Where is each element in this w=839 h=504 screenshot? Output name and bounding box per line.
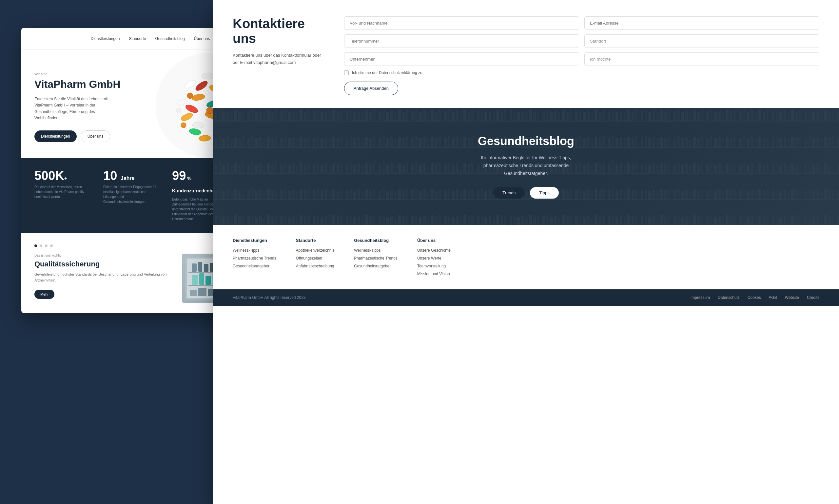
contact-title: Kontaktiere uns: [233, 16, 324, 46]
footer-link-mission[interactable]: Mission und Vision: [417, 272, 451, 276]
dot-1[interactable]: [34, 245, 37, 247]
blog-trends-button[interactable]: Trends: [493, 187, 525, 199]
footer-legal-impressum[interactable]: Impressum: [691, 295, 710, 300]
footer-col-standorte-title: Standorte: [296, 238, 334, 243]
footer-bottom: VitaPharm GmbH All rights reserved 2023 …: [213, 289, 839, 306]
stat-500k-number: 500K+: [34, 169, 97, 182]
blog-description: Ihr informativer Begleiter für Wellness-…: [464, 154, 588, 177]
footer-link-anfahrtsbeschreibung[interactable]: Anfahrtsbeschreibung: [296, 264, 334, 268]
svg-rect-47: [198, 288, 207, 296]
blog-title: Gesundheitsblog: [233, 134, 819, 148]
contact-description: Kontaktiere uns über das Kontaktformular…: [233, 52, 324, 66]
footer-col-blog-title: Gesundheitsblog: [354, 238, 397, 243]
svg-rect-46: [190, 290, 197, 296]
footer-col-uber-uns-title: Über uns: [417, 238, 451, 243]
stat-10-desc: Feiert ein Jahrzehnt Engagement für erst…: [103, 184, 159, 204]
blog-tipps-button[interactable]: Tipps: [530, 187, 558, 199]
carousel-dots: [34, 245, 241, 247]
stat-10-number: 10 Jahre: [103, 169, 165, 182]
stat-10: 10 Jahre Feiert ein Jahrzehnt Engagement…: [103, 169, 172, 221]
vorname-input[interactable]: [344, 16, 579, 30]
hero-title: VitaPharm GmbH: [34, 79, 241, 90]
footer-legal-website[interactable]: Website: [785, 295, 799, 300]
carousel-text: Das ist uns wichtig Qualitätssicherung G…: [34, 254, 172, 299]
footer-link-werte[interactable]: Unsere Werte: [417, 256, 451, 260]
nav-gesundheitsblog[interactable]: Gesundheitsblog: [155, 36, 185, 41]
svg-rect-35: [204, 264, 209, 272]
footer-legal-links: Impressum Datenschutz Cookes AGB Website…: [691, 295, 819, 300]
ich-mochte-select[interactable]: Ich möchte: [584, 52, 819, 66]
form-row-3: Ich möchte: [344, 52, 819, 66]
footer-col-standorte: Standorte Apothekenverzeichnis Öffnungsz…: [296, 238, 334, 280]
nav-dienstleistungen[interactable]: Dienstleistungen: [91, 36, 120, 41]
stat-500k: 500K+ Die Anzahl der Menschen, deren Leb…: [34, 169, 103, 221]
footer-legal-datenschutz[interactable]: Datenschutz: [718, 295, 740, 300]
dot-4[interactable]: [50, 245, 53, 247]
footer-link-geschichte[interactable]: Unsere Geschichte: [417, 248, 451, 253]
carousel-description: Gewährleistung höchster Standards bei Be…: [34, 272, 172, 283]
unternehmen-input[interactable]: [344, 52, 579, 66]
form-row-1: [344, 16, 819, 30]
carousel-content: Das ist uns wichtig Qualitätssicherung G…: [34, 254, 241, 303]
hero-text: Wir sind VitaPharm GmbH Entdecken Sie di…: [34, 72, 241, 142]
footer-link-blog-gesundheit[interactable]: Gesundheitsratgeber: [354, 264, 397, 268]
footer-legal-agb[interactable]: AGB: [769, 295, 777, 300]
svg-rect-33: [192, 264, 197, 272]
blog-content: Gesundheitsblog Ihr informativer Begleit…: [233, 134, 819, 199]
contact-info: Kontaktiere uns Kontaktiere uns über das…: [233, 16, 324, 66]
datenschutz-label: Ich stimme der Datenschutzerklärung zu.: [352, 70, 424, 75]
footer-link-apothekenverzeichnis[interactable]: Apothekenverzeichnis: [296, 248, 334, 253]
standort-select[interactable]: Standort: [584, 34, 819, 48]
hero-buttons: Dienstleistungen Über uns: [34, 130, 241, 142]
footer-col-dienstleistungen-title: Dienstleistungen: [233, 238, 276, 243]
footer-link-blog-wellness[interactable]: Wellness-Tipps: [354, 248, 397, 253]
hero-dienstleistungen-button[interactable]: Dienstleistungen: [34, 130, 77, 142]
right-browser-window: Kontaktiere uns Kontaktiere uns über das…: [213, 0, 839, 504]
footer-link-pharma-trends[interactable]: Pharmazeutische Trends: [233, 256, 276, 260]
dot-3[interactable]: [45, 245, 48, 247]
footer-links: Dienstleistungen Wellness-Tipps Pharmaze…: [213, 225, 839, 289]
carousel-tag: Das ist uns wichtig: [34, 254, 172, 257]
hero-subtitle: Wir sind: [34, 72, 241, 76]
nav-standorte[interactable]: Standorte: [129, 36, 146, 41]
footer-link-blog-pharma[interactable]: Pharmazeutische Trends: [354, 256, 397, 260]
footer-legal-credits[interactable]: Credits: [807, 295, 819, 300]
contact-form: Standort Ich möchte Ich stimme der Daten…: [344, 16, 819, 95]
footer-col-uber-uns: Über uns Unsere Geschichte Unsere Werte …: [417, 238, 451, 280]
nav-uber-uns[interactable]: Über uns: [194, 36, 210, 41]
footer-col-dienstleistungen: Dienstleistungen Wellness-Tipps Pharmaze…: [233, 238, 276, 280]
svg-rect-42: [206, 276, 211, 285]
footer-legal-cookes[interactable]: Cookes: [748, 295, 761, 300]
hero-description: Entdecken Sie die Vitalität des Lebens m…: [34, 96, 123, 121]
footer-link-teamvorstellung[interactable]: Teamvorstellung: [417, 264, 451, 268]
contact-section: Kontaktiere uns Kontaktiere uns über das…: [213, 0, 839, 108]
footer-link-offnungszeiten[interactable]: Öffnungszeiten: [296, 256, 334, 260]
datenschutz-checkbox[interactable]: [344, 70, 349, 75]
footer-link-gesundheitsratgeber[interactable]: Gesundheitsratgeber: [233, 264, 276, 268]
svg-rect-41: [199, 273, 204, 285]
checkbox-row: Ich stimme der Datenschutzerklärung zu.: [344, 70, 819, 75]
footer-copyright: VitaPharm GmbH All rights reserved 2023: [233, 295, 306, 300]
email-input[interactable]: [584, 16, 819, 30]
stat-500k-desc: Die Anzahl der Menschen, deren Leben dur…: [34, 184, 90, 199]
blog-section: Gesundheitsblog Ihr informativer Begleit…: [213, 108, 839, 225]
form-row-2: Standort: [344, 34, 819, 48]
footer-link-wellness[interactable]: Wellness-Tipps: [233, 248, 276, 253]
dot-2[interactable]: [40, 245, 42, 247]
blog-buttons: Trends Tipps: [233, 187, 819, 199]
footer-col-blog: Gesundheitsblog Wellness-Tipps Pharmazeu…: [354, 238, 397, 280]
hero-uber-uns-button[interactable]: Über uns: [81, 130, 110, 142]
anfrage-absenden-button[interactable]: Anfrage Absenden: [344, 82, 398, 95]
carousel-title: Qualitätssicherung: [34, 260, 172, 268]
telefon-input[interactable]: [344, 34, 579, 48]
svg-rect-34: [198, 262, 202, 272]
svg-rect-40: [192, 275, 198, 285]
carousel-mehr-button[interactable]: Mehr: [34, 290, 54, 299]
